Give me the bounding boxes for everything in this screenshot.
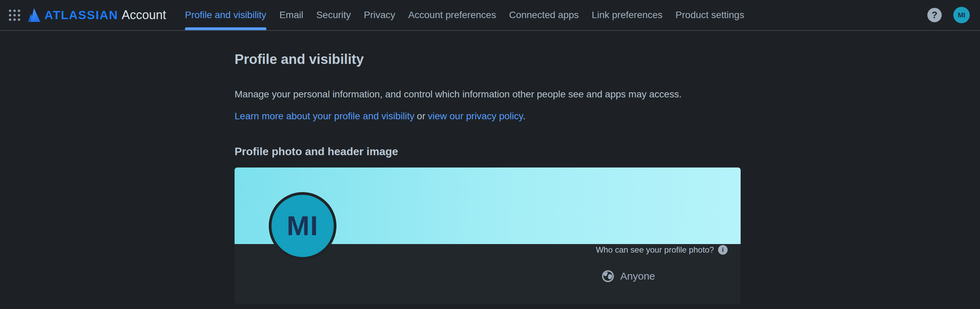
tab-link-preferences[interactable]: Link preferences <box>592 0 663 30</box>
help-button[interactable]: ? <box>928 8 942 22</box>
link-separator: or <box>417 111 425 121</box>
tab-label: Security <box>316 10 351 21</box>
section-heading-profile-photo: Profile photo and header image <box>235 145 980 158</box>
tab-product-settings[interactable]: Product settings <box>676 0 745 30</box>
profile-photo-initials: MI <box>287 210 319 242</box>
app-grid-dot <box>9 19 11 21</box>
info-glyph: i <box>722 246 724 254</box>
tab-label: Profile and visibility <box>185 10 266 21</box>
navbar-tabs: Profile and visibility Email Security Pr… <box>185 0 745 30</box>
avatar-initials: MI <box>958 11 965 19</box>
app-grid-dot <box>13 14 16 16</box>
photo-visibility-question-row: Who can see your profile photo? i <box>596 245 728 255</box>
atlassian-logo[interactable]: ATLASSIAN Account <box>28 8 166 22</box>
brand-wordmark: ATLASSIAN <box>45 8 118 22</box>
photo-visibility-question: Who can see your profile photo? <box>596 245 714 255</box>
privacy-policy-link[interactable]: view our privacy policy <box>428 111 523 121</box>
tab-privacy[interactable]: Privacy <box>364 0 395 30</box>
learn-more-link[interactable]: Learn more about your profile and visibi… <box>235 111 414 121</box>
app-grid-icon <box>9 10 20 21</box>
links-line: Learn more about your profile and visibi… <box>235 110 980 122</box>
profile-avatar-button[interactable]: MI <box>953 7 970 23</box>
tab-security[interactable]: Security <box>316 0 351 30</box>
navbar-right-cluster: ? MI <box>928 7 970 23</box>
info-icon[interactable]: i <box>718 245 728 255</box>
page-title: Profile and visibility <box>235 51 980 67</box>
profile-photo-avatar[interactable]: MI <box>269 192 336 260</box>
tab-label: Account preferences <box>408 10 496 21</box>
tab-label: Product settings <box>676 10 745 21</box>
app-grid-dot <box>9 10 11 12</box>
top-navbar: ATLASSIAN Account Profile and visibility… <box>0 0 980 31</box>
app-grid-dot <box>18 10 20 12</box>
profile-photo-card: MI Who can see your profile photo? i Any… <box>235 168 741 304</box>
main-content: Profile and visibility Manage your perso… <box>0 31 980 304</box>
app-grid-dot <box>18 19 20 21</box>
photo-visibility-selector[interactable]: Anyone <box>601 269 655 283</box>
tab-label: Link preferences <box>592 10 663 21</box>
globe-icon <box>601 269 615 283</box>
app-grid-dot <box>13 10 16 12</box>
app-grid-dot <box>18 14 20 16</box>
app-switcher-button[interactable] <box>6 7 22 23</box>
tab-label: Privacy <box>364 10 395 21</box>
photo-visibility-value: Anyone <box>620 270 655 282</box>
app-grid-dot <box>9 14 11 16</box>
tab-connected-apps[interactable]: Connected apps <box>509 0 579 30</box>
tab-label: Connected apps <box>509 10 579 21</box>
question-mark-icon: ? <box>932 10 938 21</box>
product-name: Account <box>122 8 166 22</box>
tab-label: Email <box>279 10 303 21</box>
tab-email[interactable]: Email <box>279 0 303 30</box>
app-grid-dot <box>13 19 16 21</box>
atlassian-logo-icon <box>28 8 40 22</box>
page-description: Manage your personal information, and co… <box>235 88 980 100</box>
sentence-end: . <box>523 111 525 121</box>
tab-profile-and-visibility[interactable]: Profile and visibility <box>185 0 266 30</box>
tab-account-preferences[interactable]: Account preferences <box>408 0 496 30</box>
